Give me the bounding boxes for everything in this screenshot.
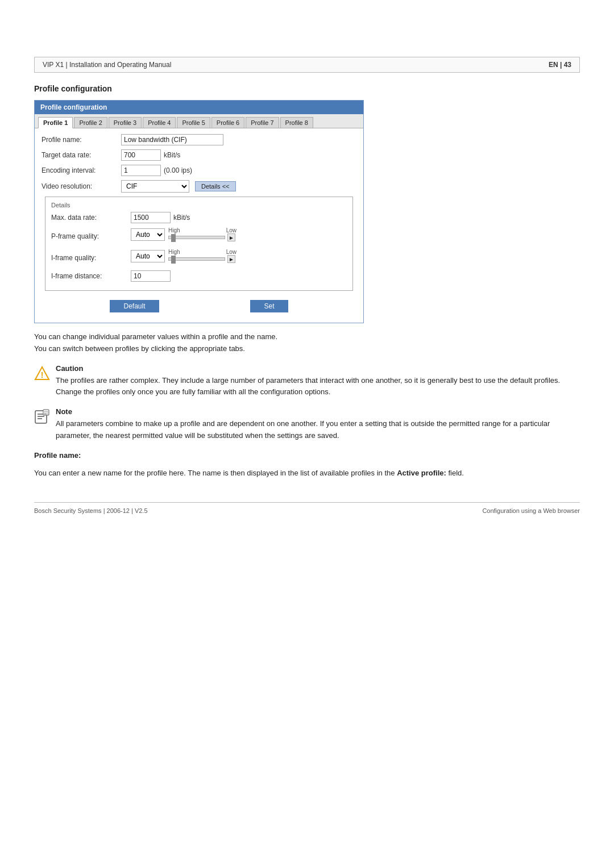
main-content: Profile configuration Profile configurat… <box>34 84 580 479</box>
iframe-slider-container: High Low ► <box>168 249 237 263</box>
profile-name-section-text: You can enter a new name for the profile… <box>34 468 580 479</box>
svg-text:📰: 📰 <box>43 410 49 415</box>
video-resolution-label: Video resolution: <box>42 182 121 190</box>
target-data-rate-row: Target data rate: kBit/s <box>42 149 356 161</box>
iframe-high-label: High <box>168 249 180 255</box>
max-data-rate-input[interactable] <box>131 212 171 223</box>
note-icon: 📰 <box>34 408 50 424</box>
iframe-slider-labels: High Low <box>168 249 237 255</box>
video-resolution-row: Video resolution: CIF 4CIF QCIF Details … <box>42 180 356 193</box>
iframe-quality-label: I-frame quality: <box>51 254 131 262</box>
caution-text: The profiles are rather complex. They in… <box>56 375 580 399</box>
header-right: EN | 43 <box>549 61 571 69</box>
tab-profile-4[interactable]: Profile 4 <box>143 117 176 128</box>
iframe-slider-track: ► <box>168 255 237 263</box>
desc-line2: You can switch between profiles by click… <box>34 344 245 353</box>
target-data-rate-unit: kBit/s <box>164 151 180 159</box>
profile-name-section-heading: Profile name: <box>34 451 580 460</box>
video-resolution-select[interactable]: CIF 4CIF QCIF <box>121 180 189 193</box>
note-box: 📰 Note All parameters combine to make up… <box>34 407 580 442</box>
pframe-quality-label: P-frame quality: <box>51 232 131 240</box>
max-data-rate-label: Max. data rate: <box>51 214 131 222</box>
pframe-quality-select[interactable]: Auto Low Medium High <box>131 228 165 241</box>
target-data-rate-label: Target data rate: <box>42 151 121 159</box>
pframe-high-label: High <box>168 227 180 233</box>
encoding-interval-label: Encoding interval: <box>42 166 121 174</box>
max-data-rate-row: Max. data rate: kBit/s <box>51 212 347 223</box>
encoding-interval-row: Encoding interval: (0.00 ips) <box>42 165 356 176</box>
active-profile-bold: Active profile: <box>397 469 446 477</box>
tab-profile-8[interactable]: Profile 8 <box>280 117 313 128</box>
iframe-slider-arrow[interactable]: ► <box>227 255 235 263</box>
iframe-distance-row: I-frame distance: <box>51 270 347 282</box>
caution-icon: ! <box>34 365 50 381</box>
pframe-slider-track: ► <box>168 233 237 241</box>
iframe-distance-label: I-frame distance: <box>51 272 131 280</box>
note-title: Note <box>56 407 580 416</box>
max-data-rate-unit: kBit/s <box>173 214 190 222</box>
encoding-interval-note: (0.00 ips) <box>164 166 192 174</box>
note-text: All parameters combine to make up a prof… <box>56 418 580 442</box>
desc-line1: You can change individual parameter valu… <box>34 332 277 341</box>
tab-profile-1[interactable]: Profile 1 <box>38 117 73 128</box>
details-button[interactable]: Details << <box>195 181 236 191</box>
iframe-quality-control: Auto Low Medium High High Low <box>131 249 237 263</box>
tab-profile-3[interactable]: Profile 3 <box>109 117 142 128</box>
pframe-quality-row: P-frame quality: Auto Low Medium High Hi… <box>51 227 347 245</box>
details-label: Details <box>51 202 347 208</box>
profile-name-input[interactable] <box>121 134 223 145</box>
iframe-slider-thumb[interactable] <box>171 256 176 264</box>
description-text: You can change individual parameter valu… <box>34 331 580 355</box>
profile-name-row: Profile name: <box>42 134 356 145</box>
profile-name-text2: field. <box>448 469 463 477</box>
iframe-distance-input[interactable] <box>131 270 171 282</box>
target-data-rate-input[interactable] <box>121 149 161 161</box>
tab-profile-2[interactable]: Profile 2 <box>74 117 107 128</box>
header-bar: VIP X1 | Installation and Operating Manu… <box>34 57 580 73</box>
caution-content: Caution The profiles are rather complex.… <box>56 364 580 399</box>
profile-name-label: Profile name: <box>42 136 121 144</box>
footer-right: Configuration using a Web browser <box>482 507 580 514</box>
form-area: Profile name: Target data rate: kBit/s E… <box>35 128 363 323</box>
pframe-slider-thumb[interactable] <box>171 234 176 242</box>
default-button[interactable]: Default <box>110 300 159 312</box>
profile-tabs: Profile 1 Profile 2 Profile 3 Profile 4 … <box>35 114 363 128</box>
section-heading: Profile configuration <box>34 84 580 93</box>
iframe-quality-select[interactable]: Auto Low Medium High <box>131 250 165 262</box>
caution-title: Caution <box>56 364 580 373</box>
tab-profile-7[interactable]: Profile 7 <box>246 117 279 128</box>
tab-profile-5[interactable]: Profile 5 <box>177 117 210 128</box>
footer-left: Bosch Security Systems | 2006-12 | V2.5 <box>34 507 148 514</box>
set-button[interactable]: Set <box>250 300 288 312</box>
profile-name-text1: You can enter a new name for the profile… <box>34 469 395 477</box>
svg-text:!: ! <box>41 370 44 379</box>
header-left: VIP X1 | Installation and Operating Manu… <box>43 61 171 69</box>
pframe-slider-bg <box>168 236 225 239</box>
iframe-quality-row: I-frame quality: Auto Low Medium High Hi… <box>51 249 347 266</box>
pframe-slider-container: High Low ► <box>168 227 237 241</box>
caution-box: ! Caution The profiles are rather comple… <box>34 364 580 399</box>
profile-panel-title: Profile configuration <box>35 101 363 114</box>
note-content: Note All parameters combine to make up a… <box>56 407 580 442</box>
profile-panel: Profile configuration Profile 1 Profile … <box>34 100 364 323</box>
encoding-interval-input[interactable] <box>121 165 161 176</box>
pframe-low-label: Low <box>226 227 237 233</box>
pframe-slider-labels: High Low <box>168 227 237 233</box>
details-section: Details Max. data rate: kBit/s P-frame q… <box>45 197 353 291</box>
iframe-slider-bg <box>168 257 225 261</box>
tab-profile-6[interactable]: Profile 6 <box>211 117 244 128</box>
pframe-slider-arrow[interactable]: ► <box>227 233 235 241</box>
bottom-buttons: Default Set <box>42 295 356 317</box>
footer: Bosch Security Systems | 2006-12 | V2.5 … <box>34 502 580 519</box>
iframe-low-label: Low <box>226 249 237 255</box>
pframe-quality-control: Auto Low Medium High High Low <box>131 227 237 241</box>
